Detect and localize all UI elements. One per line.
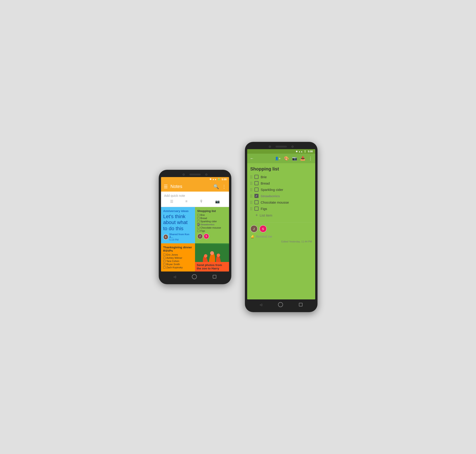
drag-handle-bread[interactable] — [250, 182, 252, 185]
detail-avatar-2: S — [259, 225, 267, 233]
status-time-1: 5:00 — [221, 178, 227, 181]
drag-handle-chocolate[interactable] — [250, 201, 252, 204]
app-title: Notes — [170, 184, 211, 189]
phone-1: ✱ ▲▲ 🔋 5:00 ☰ Notes 🔍 ⋮ Add quick note ☰… — [159, 170, 231, 284]
note-detail-title[interactable]: Shopping list — [250, 166, 312, 172]
reminder-label: Remind me — [256, 235, 272, 238]
speaker-grille — [189, 174, 201, 175]
sensor-icon-2 — [291, 145, 294, 148]
note-card-anniversary[interactable]: Anniversary ideas Let's think about what… — [161, 207, 195, 243]
home-button-2[interactable] — [278, 302, 283, 307]
list-item: Bread — [197, 217, 227, 219]
phone-2-screen: ✱ ▲▲ 🔋 5:00 ← 👤+ 🎨 📷 📥 ⋮ Shopping list — [247, 149, 315, 299]
checkbox-detail-strawberries[interactable]: ✓ — [255, 194, 258, 198]
add-item-label: List item — [260, 213, 272, 217]
app-bar-2: ← 👤+ 🎨 📷 📥 ⋮ — [247, 154, 315, 163]
phone-1-top-bar — [161, 174, 229, 176]
checkbox-sparkling[interactable] — [197, 220, 199, 222]
list-item: Figs — [197, 229, 227, 232]
more-options-icon-2[interactable]: ⋮ — [308, 156, 313, 161]
checkbox-detail-bread[interactable] — [255, 181, 258, 185]
add-person-icon[interactable]: 👤+ — [275, 157, 280, 160]
cb-eric[interactable] — [163, 254, 166, 256]
note-card-shopping[interactable]: Shopping list Brie Bread Sparkling cider… — [195, 207, 229, 243]
thanksgiving-title: Thanksgiving dinner RSVPs — [163, 246, 193, 252]
drag-handle-strawberries[interactable] — [250, 195, 252, 197]
signal-icon-2: ▲▲ — [298, 150, 303, 153]
checkbox-figs[interactable] — [197, 230, 199, 232]
cb-ashley[interactable] — [163, 257, 166, 259]
bluetooth-icon: ✱ — [210, 178, 211, 181]
hamburger-menu-icon[interactable]: ☰ — [164, 184, 168, 189]
detail-avatar-1: J — [250, 225, 258, 233]
front-camera-icon — [183, 174, 185, 176]
detail-label-chocolate: Chocolate mousse — [261, 200, 289, 204]
voice-note-icon[interactable]: 🎙 — [199, 199, 203, 204]
checkbox-detail-brie[interactable] — [255, 175, 258, 179]
back-button[interactable]: ◁ — [174, 275, 176, 279]
back-arrow-icon[interactable]: ← — [250, 156, 254, 161]
reminder-row[interactable]: 🔔 Remind me — [250, 235, 312, 238]
camera-note-icon[interactable]: 📷 — [215, 199, 220, 204]
checkbox-brie[interactable] — [197, 214, 199, 216]
list-item: Ashley Wilmer — [163, 257, 193, 259]
text-note-icon[interactable]: ☰ — [170, 199, 173, 204]
palette-icon[interactable]: 🎨 — [284, 156, 289, 161]
battery-icon-2: 🔋 — [304, 150, 306, 153]
more-options-icon[interactable]: ⋮ — [222, 184, 226, 189]
detail-label-figs: Figs — [261, 207, 267, 211]
checkbox-detail-figs[interactable] — [255, 207, 258, 211]
quick-note-actions: ☰ ≡ 🎙 📷 — [164, 197, 226, 204]
svg-point-4 — [204, 254, 207, 258]
checkbox-bread[interactable] — [197, 217, 199, 219]
phone-2-bottom-bar: ◁ — [247, 299, 315, 309]
checkbox-detail-chocolate[interactable] — [255, 200, 258, 204]
recents-button-2[interactable] — [299, 303, 302, 306]
drag-handle-figs[interactable] — [250, 207, 252, 210]
recents-button[interactable] — [213, 275, 216, 279]
detail-item-figs: Figs — [250, 207, 312, 211]
back-button-2[interactable]: ◁ — [260, 303, 262, 306]
shared-time: 5:19 PM — [169, 238, 192, 241]
add-list-item[interactable]: + List item — [256, 213, 312, 218]
list-item: Brie — [197, 214, 227, 216]
detail-label-brie: Brie — [261, 175, 267, 179]
archive-icon[interactable]: 📥 — [300, 156, 305, 161]
list-note-icon[interactable]: ≡ — [185, 199, 187, 204]
detail-item-chocolate: Chocolate mousse — [250, 200, 312, 204]
reminder-icon: 🔔 — [250, 235, 254, 238]
list-item: ✓Strawberries — [197, 223, 227, 226]
checkbox-detail-sparkling[interactable] — [255, 188, 258, 192]
search-icon[interactable]: 🔍 — [213, 184, 219, 189]
drag-handle-sparkling[interactable] — [250, 188, 252, 191]
shopping-checklist: Brie Bread Sparkling cider ✓Strawberries… — [197, 214, 227, 232]
note-card-zoo[interactable]: Send photos from the zoo to Harry — [195, 243, 229, 272]
cb-zach[interactable] — [163, 266, 166, 269]
detail-avatars: J S — [250, 225, 312, 233]
cb-tara[interactable] — [163, 260, 166, 262]
note-card-thanksgiving[interactable]: Thanksgiving dinner RSVPs Eric Jones Ash… — [161, 243, 195, 272]
svg-point-5 — [210, 251, 214, 255]
checkbox-strawberries[interactable]: ✓ — [197, 223, 199, 226]
list-item: Bryan Smith — [163, 263, 193, 265]
detail-label-strawberries: Strawberries — [261, 194, 280, 198]
phone-2: ✱ ▲▲ 🔋 5:00 ← 👤+ 🎨 📷 📥 ⋮ Shopping list — [245, 142, 317, 312]
checkbox-chocolate[interactable] — [197, 227, 199, 229]
zoo-overlay: Send photos from the zoo to Harry — [195, 262, 229, 272]
home-button[interactable] — [192, 274, 197, 279]
detail-item-bread: Bread — [250, 181, 312, 185]
cb-bryan[interactable] — [163, 263, 166, 265]
list-item: Eric Jones — [163, 253, 193, 256]
status-bar-1: ✱ ▲▲ 🔋 5:00 — [161, 177, 229, 182]
svg-point-6 — [217, 254, 220, 257]
list-item: Chocolate mousse — [197, 226, 227, 229]
avatar-1: J — [197, 234, 203, 239]
camera-icon[interactable]: 📷 — [292, 156, 297, 161]
detail-item-brie: Brie — [250, 175, 312, 179]
drag-handle-brie[interactable] — [250, 175, 252, 178]
speaker-grille-2 — [276, 146, 287, 148]
anniversary-footer: K Shared from Ken A... 5:19 PM — [163, 233, 193, 241]
quick-note-input[interactable]: Add quick note — [164, 194, 226, 197]
detail-label-sparkling: Sparkling cider — [261, 188, 283, 192]
signal-icon: ▲▲ — [212, 178, 217, 181]
